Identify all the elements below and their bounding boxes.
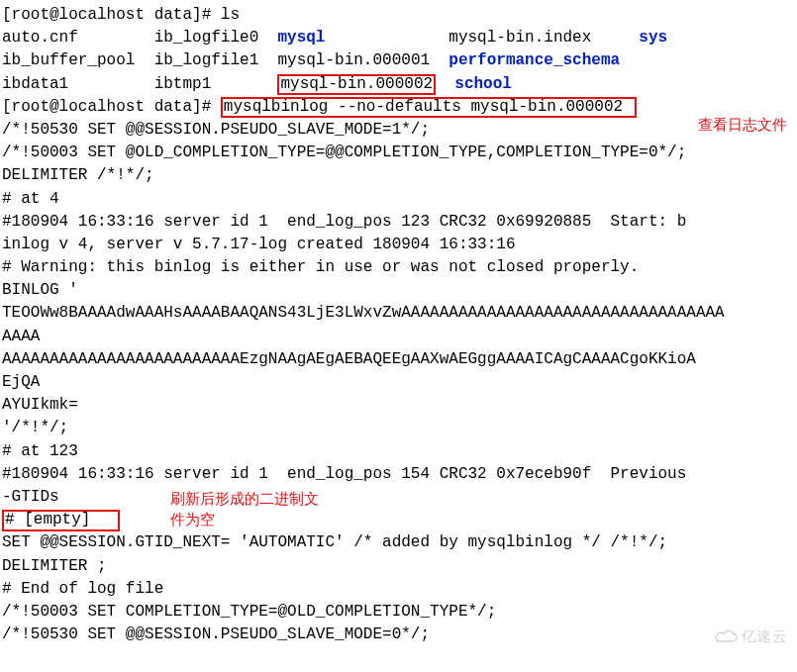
file-ibbufferpool: ib_buffer_pool [2, 51, 154, 69]
out-l7: # Warning: this binlog is either in use … [2, 256, 795, 279]
ls-row-1: auto.cnf ib_logfile0 mysql mysql-bin.ind… [2, 27, 795, 49]
out-l20: DELIMITER ; [2, 555, 795, 578]
out-l17-wrap: -GTIDs刷新后形成的二进制文 [2, 486, 795, 509]
out-l18: # [empty] [5, 511, 90, 528]
out-l4: # at 4 [2, 188, 795, 211]
ls-row-3: ibdata1 ibtmp1 mysql-bin.000002 school [2, 73, 795, 96]
prompt-ls: [root@localhost data]# ls [2, 4, 795, 27]
highlight-empty: # [empty] [2, 510, 120, 531]
cloud-icon [714, 629, 740, 645]
pad [436, 75, 454, 93]
annotation-view-log: 查看日志文件 [698, 114, 787, 136]
ls-row-2: ib_buffer_pool ib_logfile1 mysql-bin.000… [2, 49, 795, 72]
out-l17: -GTIDs [2, 488, 59, 506]
prompt: [root@localhost data]# [2, 98, 221, 116]
out-l2: /*!50003 SET @OLD_COMPLETION_TYPE=@@COMP… [2, 142, 795, 164]
out-l6: inlog v 4, server v 5.7.17-log created 1… [2, 234, 795, 256]
out-l16: #180904 16:33:16 server id 1 end_log_pos… [2, 463, 795, 486]
dir-school: school [454, 75, 512, 93]
out-l23: /*!50530 SET @@SESSION.PSEUDO_SLAVE_MODE… [2, 624, 795, 646]
file-ibtmp1: ibtmp1 [154, 75, 278, 93]
out-l15: # at 123 [2, 440, 795, 463]
out-l8: BINLOG ' [2, 279, 795, 302]
highlight-mysqlbin2: mysql-bin.000002 [277, 74, 436, 96]
file-ibdata1: ibdata1 [2, 75, 154, 93]
watermark: 亿速云 [714, 625, 788, 647]
out-l14: '/*!*/; [2, 417, 795, 439]
out-l12: EjQA [2, 371, 795, 394]
annotation-empty-line1: 刷新后形成的二进制文 [170, 488, 319, 510]
out-l5: #180904 16:33:16 server id 1 end_log_pos… [2, 211, 795, 234]
command-ls: ls [221, 6, 240, 24]
out-l22: /*!50003 SET COMPLETION_TYPE=@OLD_COMPLE… [2, 601, 795, 624]
watermark-text: 亿速云 [742, 627, 788, 644]
file-iblogfile1: ib_logfile1 [154, 51, 278, 69]
highlight-command: mysqlbinlog --no-defaults mysql-bin.0000… [221, 97, 637, 119]
dir-performance-schema: performance_schema [448, 51, 620, 69]
out-l18-wrap: # [empty]件为空 [2, 509, 795, 531]
out-l19: SET @@SESSION.GTID_NEXT= 'AUTOMATIC' /* … [2, 531, 795, 554]
out-l10: AAAA [2, 326, 795, 348]
file-iblogfile0: ib_logfile0 [154, 29, 278, 47]
file-mysqlbin-index: mysql-bin.index [448, 29, 639, 47]
prompt-mysqlbinlog: [root@localhost data]# mysqlbinlog --no-… [2, 96, 795, 119]
out-l11: AAAAAAAAAAAAAAAAAAAAAAAAAEzgNAAgAEgAEBAQ… [2, 348, 795, 371]
out-l1: /*!50530 SET @@SESSION.PSEUDO_SLAVE_MODE… [2, 119, 795, 142]
file-mysqlbin1: mysql-bin.000001 [277, 51, 448, 69]
out-l3: DELIMITER /*!*/; [2, 164, 795, 187]
file-mysqlbin2: mysql-bin.000002 [280, 75, 433, 93]
out-l9: TEOOWw8BAAAAdwAAAHsAAAABAAQANS43LjE3LWxv… [2, 302, 795, 325]
command-mysqlbinlog: mysqlbinlog --no-defaults mysql-bin.0000… [224, 98, 623, 116]
out-l21: # End of log file [2, 578, 795, 601]
annotation-empty-line2: 件为空 [170, 509, 215, 530]
dir-mysql: mysql [277, 29, 325, 47]
file-auto-cnf: auto.cnf [2, 29, 154, 47]
out-l13: AYUIkmk= [2, 394, 795, 417]
dir-sys: sys [639, 29, 667, 47]
pad [325, 29, 448, 47]
prompt: [root@localhost data]# [2, 6, 221, 24]
